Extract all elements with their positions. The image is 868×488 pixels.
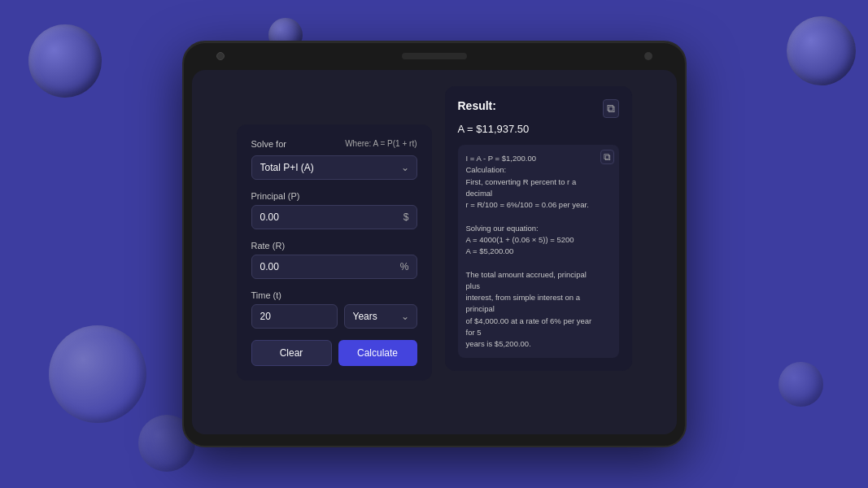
calculator-card: Solve for Where: A = P(1 + rt) Total P+I…	[237, 124, 432, 381]
detail-line4: r = R/100 = 6%/100 = 0.06 per year.	[466, 200, 589, 209]
calculate-button[interactable]: Calculate	[338, 340, 417, 366]
result-main-value: A = $11,937.50	[458, 123, 619, 135]
tablet-frame: Solve for Where: A = P(1 + rt) Total P+I…	[182, 41, 687, 447]
time-label: Time (t)	[251, 290, 417, 300]
result-card: Result: ⧉ A = $11,937.50 ⧉ I = A - P = $…	[445, 86, 632, 371]
time-input-wrapper	[251, 304, 338, 329]
rate-suffix-icon: %	[400, 261, 409, 272]
principal-suffix-icon: $	[403, 211, 409, 223]
rate-input-wrapper: %	[251, 255, 417, 279]
principal-label: Principal (P)	[251, 191, 417, 201]
detail-line13: years is $5,200.00.	[466, 339, 531, 348]
detail-line8: A = $5,200.00	[466, 246, 514, 255]
tablet-top-bar	[184, 42, 685, 70]
tablet-screen: Solve for Where: A = P(1 + rt) Total P+I…	[192, 70, 677, 434]
detail-line7: A = 4000(1 + (0.06 × 5)) = 5200	[466, 235, 574, 244]
tablet-sensor	[644, 52, 652, 60]
detail-line11: interest, from simple interest on a prin…	[466, 293, 580, 313]
result-title: Result:	[458, 99, 496, 112]
principal-input-wrapper: $	[251, 205, 417, 229]
result-detail-text: I = A - P = $1,200.00 Calculation: First…	[466, 153, 611, 350]
solve-for-select[interactable]: Total P+I (A) Principal (P) Rate (R) Tim…	[251, 155, 417, 180]
detail-line6: Solving our equation:	[466, 224, 539, 233]
detail-line10: The total amount accrued, principal plus	[466, 270, 587, 290]
formula-label: Where: A = P(1 + rt)	[345, 139, 417, 148]
result-detail-copy-icon[interactable]: ⧉	[600, 150, 614, 164]
rate-label: Rate (R)	[251, 241, 417, 251]
solve-for-header: Solve for Where: A = P(1 + rt)	[251, 139, 417, 149]
principal-input[interactable]	[251, 205, 417, 229]
detail-line1: I = A - P = $1,200.00	[466, 154, 536, 163]
tablet-camera	[216, 52, 225, 60]
time-input[interactable]	[251, 304, 338, 329]
detail-line2: Calculation:	[466, 165, 507, 174]
solve-for-label: Solve for	[251, 139, 286, 149]
background-orb-4	[49, 325, 146, 423]
background-orb-1	[28, 24, 102, 98]
time-row: Years Months Days ⌄	[251, 304, 417, 329]
background-orb-3	[787, 16, 856, 85]
rate-input[interactable]	[251, 255, 417, 279]
tablet-speaker	[402, 53, 467, 59]
background-orb-6	[779, 362, 823, 407]
detail-line12: of $4,000.00 at a rate of 6% per year fo…	[466, 316, 592, 337]
clear-button[interactable]: Clear	[251, 340, 332, 366]
result-copy-icon[interactable]: ⧉	[603, 99, 619, 118]
time-unit-select-wrapper[interactable]: Years Months Days ⌄	[344, 304, 417, 329]
result-header: Result: ⧉	[458, 99, 619, 118]
solve-for-select-wrapper[interactable]: Total P+I (A) Principal (P) Rate (R) Tim…	[251, 155, 417, 180]
time-unit-select[interactable]: Years Months Days	[344, 304, 417, 329]
buttons-row: Clear Calculate	[251, 340, 417, 366]
detail-line3: First, converting R percent to r a decim…	[466, 177, 577, 198]
result-detail-box: ⧉ I = A - P = $1,200.00 Calculation: Fir…	[458, 145, 619, 358]
